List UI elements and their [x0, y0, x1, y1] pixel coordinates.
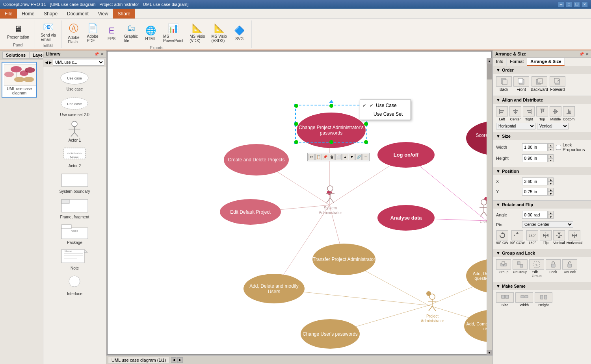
align-center-button[interactable]	[509, 106, 521, 116]
arrange-panel-pin[interactable]: 📌	[579, 52, 584, 56]
library-close[interactable]: ✕	[100, 52, 104, 56]
align-middle-button[interactable]	[550, 106, 561, 116]
y-down[interactable]: ▼	[548, 192, 554, 196]
library-nav-forward[interactable]: ▶	[49, 60, 52, 65]
conn-tl[interactable]	[294, 104, 298, 108]
order-section-header[interactable]: ▼ Order	[493, 66, 591, 74]
mt-back[interactable]: ▼	[349, 154, 355, 160]
maximize-button[interactable]: □	[566, 2, 572, 7]
flip-vertical-button[interactable]	[553, 230, 565, 240]
back-button[interactable]	[496, 76, 512, 87]
library-item-frame[interactable]: Frame, fragment	[45, 197, 104, 219]
height-input[interactable]	[522, 154, 548, 162]
canvas-tab-diagram[interactable]: UML use case diagram (1/1)	[108, 357, 169, 363]
distribute-vertical[interactable]: Vertical	[537, 123, 569, 129]
library-nav-back[interactable]: ◀	[45, 60, 48, 65]
library-pin[interactable]: 📌	[94, 52, 99, 56]
ms-powerpoint-button[interactable]: 📊 MSPowerPoint	[161, 22, 186, 44]
mt-copy[interactable]: 📋	[315, 154, 322, 160]
pin-dropdown[interactable]: Center-Center	[522, 221, 573, 228]
format-tab[interactable]: Format	[507, 58, 527, 66]
mt-delete[interactable]: 🗑	[329, 154, 335, 160]
canvas-container[interactable]: ✓ Use Case Use Case Set	[107, 51, 492, 355]
uc-change-project-admin-passwords[interactable]: Change Project Administrator's passwords	[297, 113, 366, 148]
angle-down[interactable]: ▼	[548, 215, 554, 219]
uc-change-user-passwords[interactable]: Change User's passwords	[301, 319, 360, 349]
arrange-size-tab[interactable]: Arrange & Size	[527, 58, 565, 66]
mt-front[interactable]: ▲	[342, 154, 348, 160]
library-item-use-case[interactable]: Use case Use case	[45, 69, 104, 91]
align-bottom-button[interactable]	[563, 106, 575, 116]
conn-tm[interactable]	[329, 104, 333, 108]
x-down[interactable]: ▼	[548, 181, 554, 185]
menu-file[interactable]: File	[0, 9, 17, 18]
align-top-button[interactable]	[536, 106, 548, 116]
flip-horizontal-button[interactable]	[569, 230, 580, 240]
uc-analyse-data[interactable]: Analyse data	[377, 205, 435, 231]
group-lock-section-header[interactable]: ▼ Group and Lock	[493, 249, 591, 257]
uc-add-delete-modify-users[interactable]: Add, Delete and modify Users	[243, 274, 305, 303]
library-item-note[interactable]: Name Note	[45, 248, 104, 270]
library-item-use-case-set[interactable]: Use case Use case set 2.0	[45, 94, 104, 117]
adobe-pdf-button[interactable]: 📄 AdobePDF	[84, 22, 101, 44]
diagram-canvas[interactable]: ✂ 📋 📌 🗑 ⬜ ▲ ▼ 🔗 ⋯ Change Project Adminis…	[108, 52, 491, 354]
handle-tl[interactable]	[294, 104, 297, 107]
library-item-interface[interactable]: Interface	[45, 273, 104, 296]
rotate-section-header[interactable]: ▼ Rotate and Flip	[493, 201, 591, 209]
width-up[interactable]: ▲	[548, 143, 554, 147]
library-item-actor1[interactable]: Actor 1 Actor 1	[45, 120, 104, 142]
y-input[interactable]	[522, 188, 548, 196]
handle-tm[interactable]	[330, 104, 333, 107]
uc-log-on-off[interactable]: Log on/off	[377, 142, 435, 168]
send-email-button[interactable]: 📧 Send viaEmail	[38, 21, 58, 42]
menu-share[interactable]: Share	[113, 9, 135, 18]
rotate-90ccw-button[interactable]	[511, 230, 523, 240]
presentation-button[interactable]: 🖥 Presentation	[5, 23, 32, 40]
adobe-flash-button[interactable]: Ⓐ AdobeFlash	[65, 21, 82, 45]
handle-bl[interactable]	[294, 141, 297, 144]
make-same-section-header[interactable]: ▼ Make Same	[493, 282, 591, 290]
lock-proportions-checkbox[interactable]	[556, 145, 561, 150]
rotate-90cw-button[interactable]	[496, 230, 508, 240]
scroll-track[interactable]	[487, 64, 492, 79]
rotate-180-button[interactable]: 180°	[526, 230, 538, 240]
library-item-actor2[interactable]: <<Actor>> Name Actor 2	[45, 146, 104, 168]
backward-button[interactable]: ↙	[532, 76, 547, 87]
uc-create-delete-projects[interactable]: Create and Delete Projects	[224, 144, 289, 176]
handle-br[interactable]	[365, 141, 368, 144]
angle-input[interactable]	[522, 211, 548, 219]
actor-project-admin[interactable]: ProjectAdministrator	[421, 294, 444, 323]
page-thumbnail[interactable]: UML use case diagram	[2, 62, 37, 98]
forward-button[interactable]: ↗	[550, 76, 565, 87]
make-same-width-button[interactable]	[515, 292, 533, 303]
menu-home[interactable]: Home	[17, 9, 39, 18]
height-down[interactable]: ▼	[548, 158, 554, 162]
html-button[interactable]: 🌐 HTML	[142, 25, 159, 42]
width-down[interactable]: ▼	[548, 147, 554, 151]
library-dropdown[interactable]: UML use c...	[53, 59, 104, 66]
canvas-next[interactable]: ▶	[177, 357, 183, 363]
minimize-button[interactable]: ─	[558, 2, 564, 7]
menu-shape[interactable]: Shape	[39, 9, 62, 18]
canvas-prev[interactable]: ◀	[171, 357, 177, 363]
menu-document[interactable]: Document	[62, 9, 93, 18]
align-section-header[interactable]: ▼ Align and Distribute	[493, 96, 591, 104]
titlebar-controls[interactable]: ─ □ ❐ ✕	[558, 2, 588, 7]
graphic-file-button[interactable]: 🗂 Graphicfile	[122, 22, 140, 44]
mt-link[interactable]: 🔗	[355, 154, 362, 160]
conn-bl[interactable]	[294, 140, 298, 144]
scroll-thumb[interactable]	[487, 64, 492, 79]
library-item-system-boundary[interactable]: System boundary	[45, 171, 104, 194]
lock-button[interactable]	[546, 259, 561, 270]
uc-edit-default-project[interactable]: Edit Default Project	[220, 199, 281, 225]
y-up[interactable]: ▲	[548, 188, 554, 192]
position-section-header[interactable]: ▼ Position	[493, 167, 591, 175]
library-item-package[interactable]: Name Package	[45, 222, 104, 245]
front-button[interactable]	[513, 76, 529, 87]
scroll-down[interactable]: ▼	[487, 350, 492, 355]
x-input[interactable]	[522, 177, 548, 185]
mt-group[interactable]: ⬜	[335, 154, 342, 160]
mt-paste[interactable]: 📌	[322, 154, 328, 160]
height-up[interactable]: ▲	[548, 154, 554, 158]
ctx-use-case-set[interactable]: Use Case Set	[360, 110, 411, 118]
